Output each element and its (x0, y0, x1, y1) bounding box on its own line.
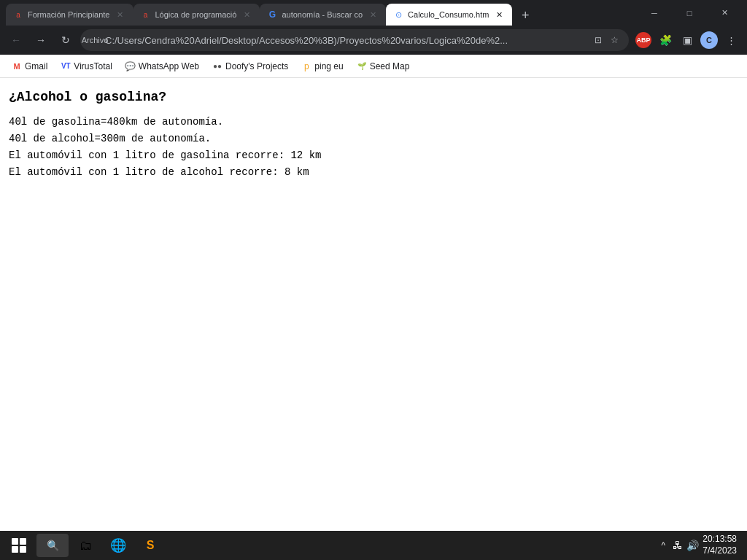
bookmark-label-pingeu: ping eu (314, 61, 343, 71)
extensions-button[interactable]: 🧩 (655, 30, 676, 50)
page-line-3: El automóvil con 1 litro de gasolina rec… (9, 148, 738, 163)
star-icon[interactable]: ☆ (608, 34, 620, 46)
tab-title-logica: Lógica de programació (155, 10, 237, 19)
new-tab-button[interactable]: + (515, 5, 535, 26)
tab-title-autonomia: autonomía - Buscar co (282, 10, 363, 19)
tab-favicon-logica: a (141, 9, 151, 20)
close-button[interactable]: ✕ (708, 0, 741, 26)
page-content: ¿Alcohol o gasolina? 40l de gasolina=480… (0, 78, 747, 531)
archivo-label: Archivo (89, 34, 101, 46)
tab-calculo[interactable]: ⊙ Calculo_Consumo.htm ✕ (386, 4, 512, 26)
tab-autonomia[interactable]: G autonomía - Buscar co ✕ (260, 4, 386, 26)
taskbar-app-chrome[interactable]: 🌐 (104, 532, 133, 559)
bookmarks-bar: M Gmail VT VirusTotal 💬 WhatsApp Web ●● … (0, 55, 747, 78)
bookmark-label-gmail: Gmail (25, 61, 47, 71)
back-button[interactable]: ← (6, 30, 26, 50)
minimize-button[interactable]: ─ (638, 0, 671, 26)
search-icon: 🔍 (47, 540, 59, 551)
windows-logo-icon (12, 538, 26, 553)
page-line-4: El automóvil con 1 litro de alcohol reco… (9, 165, 738, 180)
bookmark-seedmap[interactable]: 🌱 Seed Map (351, 58, 416, 75)
tabs-area: a Formación Principiante ✕ a Lógica de p… (6, 0, 632, 26)
clock-date: 7/4/2023 (703, 545, 737, 557)
bookmark-gmail[interactable]: M Gmail (6, 58, 53, 75)
tab-close-logica[interactable]: ✕ (241, 9, 252, 20)
bookmark-label-whatsapp: WhatsApp Web (139, 61, 199, 71)
bookmark-whatsapp[interactable]: 💬 WhatsApp Web (120, 58, 205, 75)
bookmark-favicon-seedmap: 🌱 (357, 61, 367, 71)
tab-title-calculo: Calculo_Consumo.htm (408, 10, 489, 19)
tab-formacion[interactable]: a Formación Principiante ✕ (6, 4, 133, 26)
profile-button[interactable]: C (699, 30, 719, 50)
page-heading: ¿Alcohol o gasolina? (9, 90, 738, 104)
bookmark-favicon-gmail: M (12, 61, 22, 71)
taskbar-app-sublime[interactable]: S (136, 532, 165, 559)
bookmark-doofy[interactable]: ●● Doofy's Projects (206, 58, 294, 75)
tab-favicon-autonomia: G (267, 9, 277, 20)
tray-network-icon[interactable]: 🖧 (672, 540, 684, 551)
bookmark-favicon-doofy: ●● (212, 61, 222, 71)
bookmark-favicon-virustotal: VT (61, 61, 71, 71)
page-line-1: 40l de gasolina=480km de autonomía. (9, 114, 738, 130)
tray-volume-icon[interactable]: 🔊 (686, 540, 698, 551)
chrome-icon: 🌐 (110, 537, 126, 553)
profile-avatar: C (700, 31, 718, 49)
cast-icon[interactable]: ⊡ (592, 34, 604, 46)
tab-favicon-calculo: ⊙ (393, 9, 403, 20)
page-line-2: 40l de alcohol=300m de autonomía. (9, 131, 738, 147)
bookmark-label-seedmap: Seed Map (370, 61, 410, 71)
tab-favicon-formacion: a (13, 9, 23, 20)
refresh-button[interactable]: ↻ (55, 30, 76, 50)
bookmark-favicon-pingeu: p (301, 61, 311, 71)
tray-icons: ^ 🖧 🔊 (657, 540, 698, 551)
bookmark-virustotal[interactable]: VT VirusTotal (55, 58, 117, 75)
sidebar-button[interactable]: ▣ (677, 30, 697, 50)
system-clock[interactable]: 20:13:58 7/4/2023 (703, 534, 737, 556)
taskbar: 🔍 🗂 🌐 S ^ 🖧 🔊 20:13:58 7/4/2023 (0, 531, 747, 560)
window-controls: ─ □ ✕ (638, 0, 741, 26)
bookmark-label-virustotal: VirusTotal (74, 61, 112, 71)
tab-close-calculo[interactable]: ✕ (493, 9, 505, 20)
nav-bar: ← → ↻ Archivo C:/Users/Cendra%20Adriel/D… (0, 26, 747, 55)
title-bar: a Formación Principiante ✕ a Lógica de p… (0, 0, 747, 26)
abp-icon: ABP (635, 32, 651, 48)
start-button[interactable] (4, 532, 34, 559)
bookmark-pingeu[interactable]: p ping eu (295, 58, 349, 75)
tab-title-formacion: Formación Principiante (28, 10, 110, 19)
tray-chevron-icon[interactable]: ^ (657, 540, 669, 551)
tab-close-formacion[interactable]: ✕ (115, 9, 126, 20)
files-icon: 🗂 (80, 538, 93, 553)
url-text: C:/Users/Cendra%20Adriel/Desktop/Accesos… (105, 35, 588, 46)
system-tray: ^ 🖧 🔊 20:13:58 7/4/2023 (657, 534, 743, 556)
taskbar-app-files[interactable]: 🗂 (71, 532, 101, 559)
address-bar[interactable]: Archivo C:/Users/Cendra%20Adriel/Desktop… (80, 29, 629, 51)
menu-button[interactable]: ⋮ (721, 30, 741, 50)
maximize-button[interactable]: □ (673, 0, 706, 26)
toolbar-icons: ABP 🧩 ▣ C ⋮ (633, 30, 741, 50)
clock-time: 20:13:58 (703, 534, 737, 545)
address-icons: ⊡ ☆ (592, 34, 620, 46)
taskbar-search[interactable]: 🔍 (36, 534, 69, 557)
abp-button[interactable]: ABP (633, 30, 654, 50)
sublime-icon: S (147, 539, 155, 552)
forward-button[interactable]: → (31, 30, 51, 50)
tab-logica[interactable]: a Lógica de programació ✕ (133, 4, 260, 26)
bookmark-label-doofy: Doofy's Projects (225, 61, 288, 71)
tab-close-autonomia[interactable]: ✕ (367, 9, 379, 20)
bookmark-favicon-whatsapp: 💬 (125, 61, 136, 71)
